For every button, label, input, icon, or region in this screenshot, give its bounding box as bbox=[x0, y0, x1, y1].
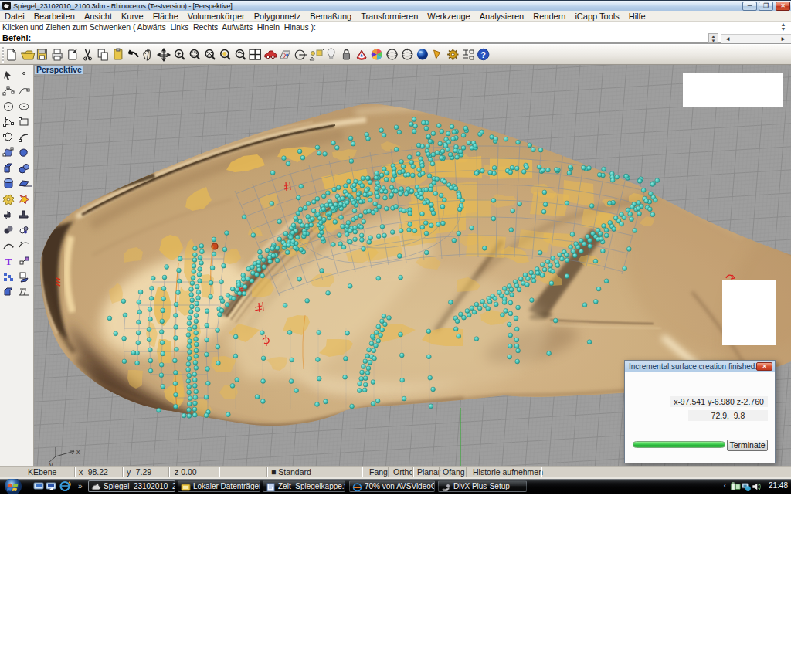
svg-text:?: ? bbox=[480, 50, 486, 59]
svg-text:»: » bbox=[78, 482, 83, 490]
svg-text:x: x bbox=[76, 448, 80, 456]
svg-text:T: T bbox=[5, 256, 12, 267]
